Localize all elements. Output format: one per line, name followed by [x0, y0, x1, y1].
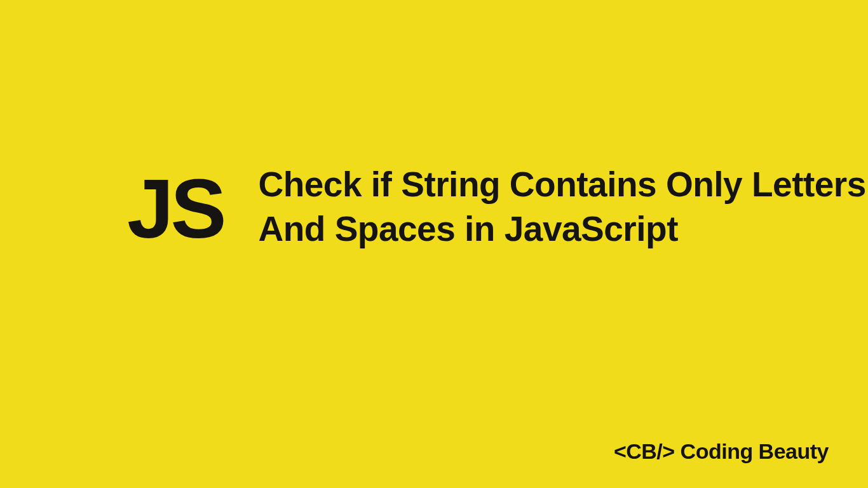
- js-logo: JS: [127, 167, 223, 251]
- content-wrapper: JS Check if String Contains Only Letters…: [127, 162, 868, 252]
- article-title: Check if String Contains Only Letters An…: [258, 162, 868, 252]
- brand-signature: <CB/> Coding Beauty: [614, 439, 829, 464]
